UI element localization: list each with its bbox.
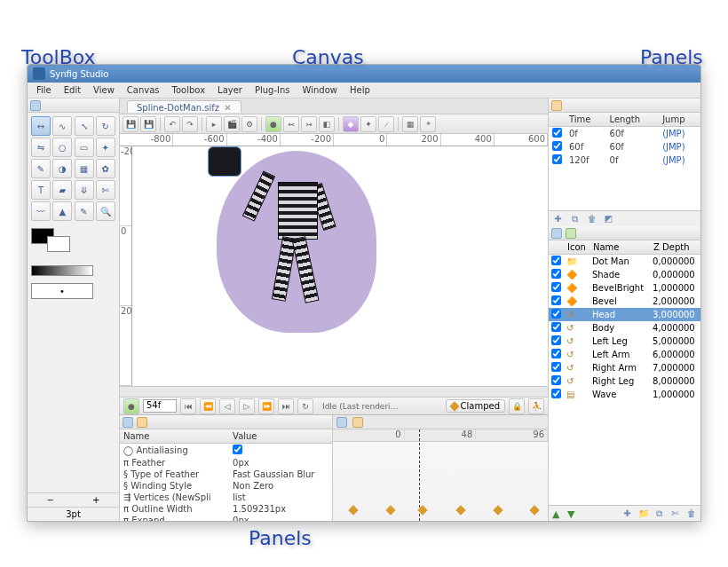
kf-len[interactable]: 60f [606,127,660,141]
layer-zdepth[interactable]: 1,000000 [650,388,700,401]
window-titlebar[interactable]: Synfig Studio [28,65,700,83]
tool-star[interactable]: ✦ [96,138,115,157]
layer-visible-toggle[interactable] [551,269,561,279]
layer-new-button[interactable]: ✚ [621,508,633,519]
param-value[interactable] [229,444,332,458]
param-value[interactable]: Fast Gaussian Blur [229,469,332,480]
kf-time[interactable]: 0f [566,127,606,141]
tool-draw[interactable]: 〰 [31,201,51,221]
layer-visible-toggle[interactable] [551,389,561,398]
layer-visible-toggle[interactable] [551,282,561,292]
canvas-scroll-h[interactable] [120,386,548,397]
layer-name[interactable]: Body [590,321,650,335]
bones-toggle[interactable]: ⛹ [528,398,544,414]
layer-zdepth[interactable]: 4,000000 [650,321,700,335]
param-row[interactable]: π Feather0px [120,457,332,469]
brush-plus[interactable]: + [92,495,99,505]
tool-sketch[interactable]: ✎ [75,201,94,221]
preview-toggle[interactable]: ● [265,116,281,132]
layers-tab-icon[interactable] [551,228,562,239]
layer-group-button[interactable]: 📁 [637,508,649,519]
layer-visible-toggle[interactable] [551,335,561,345]
canvas-browser-tab-icon[interactable] [566,228,576,239]
loop-button[interactable]: ↻ [297,398,313,414]
color-swatch[interactable] [31,228,75,258]
menu-file[interactable]: File [31,83,57,97]
tool-circle[interactable]: ○ [52,138,72,157]
layer-name[interactable]: Bevel [590,295,650,308]
menu-help[interactable]: Help [344,83,376,97]
layer-cut-button[interactable]: ✄ [669,508,681,519]
layer-visible-toggle[interactable] [551,322,561,332]
seek-end-button[interactable]: ⏭ [278,398,294,414]
layer-name[interactable]: Shade [590,268,650,281]
menu-view[interactable]: View [88,83,120,97]
save-button[interactable]: 💾 [123,116,138,132]
layer-row[interactable]: ↺Right Leg8,000000 [549,374,700,388]
preview-button[interactable]: ▸ [206,116,222,132]
grid-toggle[interactable]: ▦ [402,116,418,132]
menu-window[interactable]: Window [297,83,343,97]
tool-zoom[interactable]: 🔍 [96,201,115,221]
tool-rectangle[interactable]: ▭ [75,138,94,157]
layer-name[interactable]: Right Arm [590,361,650,374]
keyframes-tab-icon[interactable] [551,100,562,111]
brush-preview[interactable]: • [31,283,93,299]
param-row[interactable]: § Winding StyleNon Zero [120,480,332,492]
layer-row[interactable]: 🔶Shade0,000000 [549,268,700,281]
tool-region[interactable]: ◑ [52,159,72,178]
layer-dup-button[interactable]: ⧉ [653,508,665,519]
duck-vertex-toggle[interactable]: ✦ [360,116,376,132]
param-row[interactable]: ◯ Antialiasing [120,444,332,458]
kf-time[interactable]: 60f [566,140,606,154]
animate-toggle[interactable]: ● [123,398,139,414]
layer-zdepth[interactable]: 2,000000 [650,295,700,308]
kf-len[interactable]: 0f [606,154,660,167]
tool-fill[interactable]: ▰ [52,180,72,200]
layer-row[interactable]: ↺Right Arm7,000000 [549,361,700,374]
kf-jump[interactable]: (JMP) [659,127,700,141]
layer-row[interactable]: 🔶Bevel2,000000 [549,295,700,308]
params-tab2-icon[interactable] [137,417,147,428]
layer-zdepth[interactable]: 0,000000 [650,255,700,269]
layer-visible-toggle[interactable] [551,375,561,385]
layer-name[interactable]: Left Leg [590,335,650,348]
lock-keyframes-button[interactable]: 🔒 [509,398,525,414]
canvas-view[interactable] [132,146,548,386]
onion-prev-button[interactable]: ↢ [283,116,299,132]
layer-zdepth[interactable]: 3,000000 [650,308,700,321]
kf-prop-button[interactable]: ◩ [603,213,614,224]
layer-row[interactable]: 🔶BevelBright1,000000 [549,281,700,295]
undo-button[interactable]: ↶ [164,116,180,132]
redo-button[interactable]: ↷ [182,116,198,132]
kf-row-toggle[interactable] [549,154,566,167]
menu-edit[interactable]: Edit [59,83,86,97]
timetrack-tab-icon[interactable] [352,417,363,428]
layer-name[interactable]: Right Leg [590,374,650,388]
menu-canvas[interactable]: Canvas [122,83,165,97]
timetrack[interactable]: 04896 [333,429,548,521]
save-all-button[interactable]: 💾 [140,116,156,132]
tool-scissors[interactable]: ✄ [96,180,115,200]
layer-zdepth[interactable]: 7,000000 [650,361,700,374]
layer-name[interactable]: Head [590,308,650,321]
param-row[interactable]: π Outline Width1.509231px [120,503,332,515]
layer-name[interactable]: Left Arm [590,348,650,361]
curves-tab-icon[interactable] [336,417,347,428]
menu-layer[interactable]: Layer [212,83,248,97]
tool-smooth-move[interactable]: ∿ [52,116,72,136]
current-frame-input[interactable]: 54f [143,399,177,413]
duck-position-toggle[interactable]: ◆ [343,116,359,132]
layer-down-button[interactable]: ▼ [567,508,578,519]
layer-row[interactable]: ↺Left Arm6,000000 [549,348,700,361]
layer-zdepth[interactable]: 0,000000 [650,268,700,281]
onion-next-button[interactable]: ↣ [301,116,317,132]
layer-zdepth[interactable]: 5,000000 [650,335,700,348]
param-row[interactable]: ⇶ Vertices (NewSplilist [120,492,332,503]
close-icon[interactable]: ✕ [224,103,231,113]
seek-start-button[interactable]: ⏮ [180,398,196,414]
param-value[interactable]: 0px [229,515,332,521]
tool-eyedrop[interactable]: ⤋ [75,180,94,200]
kf-row-toggle[interactable] [549,127,566,141]
kf-dup-button[interactable]: ⧉ [569,213,581,224]
